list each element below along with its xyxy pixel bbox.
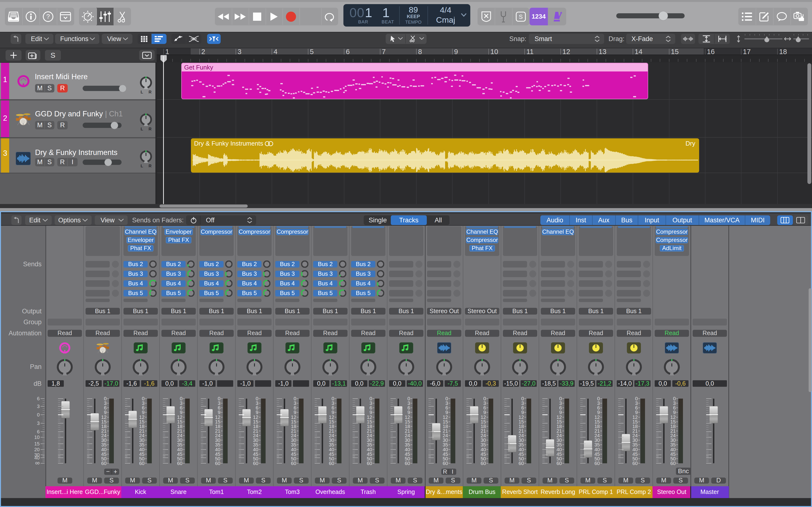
svg-text:60: 60 [291,461,296,466]
svg-text:35: 35 [177,442,183,447]
svg-text:60: 60 [215,461,220,466]
svg-text:35: 35 [443,442,448,447]
svg-text:35: 35 [253,442,258,447]
svg-text:35: 35 [215,442,220,447]
svg-text:60: 60 [632,461,638,466]
svg-text:9: 9 [445,410,448,415]
svg-text:60: 60 [405,461,410,466]
svg-text:9: 9 [673,410,676,415]
svg-text:9: 9 [256,410,258,415]
svg-text:35: 35 [595,442,600,447]
svg-text:20: 20 [34,447,40,452]
svg-text:35: 35 [632,442,638,447]
svg-text:35: 35 [291,442,296,447]
svg-text:35: 35 [329,442,334,447]
svg-text:3: 3 [37,404,40,409]
svg-text:60: 60 [519,461,524,466]
svg-text:3: 3 [37,420,40,426]
svg-text:60: 60 [443,461,448,466]
svg-text:9: 9 [635,410,638,415]
svg-text:9: 9 [332,410,334,415]
svg-text:60: 60 [101,461,107,466]
svg-text:9: 9 [483,410,486,415]
svg-text:60: 60 [481,461,486,466]
svg-text:9: 9 [521,410,524,415]
svg-text:35: 35 [101,442,107,447]
svg-text:9: 9 [180,410,183,415]
svg-text:15: 15 [34,441,40,446]
svg-text:35: 35 [481,442,486,447]
svg-text:35: 35 [139,442,145,447]
svg-text:9: 9 [104,410,107,415]
svg-text:9: 9 [559,410,562,415]
svg-text:6: 6 [37,429,40,434]
svg-text:9: 9 [597,410,600,415]
svg-text:9: 9 [407,410,410,415]
svg-text:35: 35 [670,442,676,447]
svg-text:10: 10 [34,435,40,440]
svg-text:60: 60 [177,461,183,466]
svg-text:9: 9 [369,410,372,415]
svg-text:35: 35 [519,442,524,447]
svg-text:60: 60 [670,461,676,466]
svg-text:9: 9 [218,410,220,415]
svg-text:35: 35 [405,442,410,447]
svg-text:60: 60 [253,461,258,466]
svg-text:∞: ∞ [35,459,40,466]
svg-text:35: 35 [367,442,372,447]
svg-text:0: 0 [37,412,40,417]
svg-text:35: 35 [557,442,562,447]
svg-text:60: 60 [329,461,334,466]
svg-text:60: 60 [557,461,562,466]
svg-text:6: 6 [37,396,40,401]
svg-text:9: 9 [294,410,296,415]
svg-text:60: 60 [139,461,145,466]
svg-text:60: 60 [595,461,600,466]
svg-text:9: 9 [142,410,145,415]
svg-text:60: 60 [367,461,372,466]
